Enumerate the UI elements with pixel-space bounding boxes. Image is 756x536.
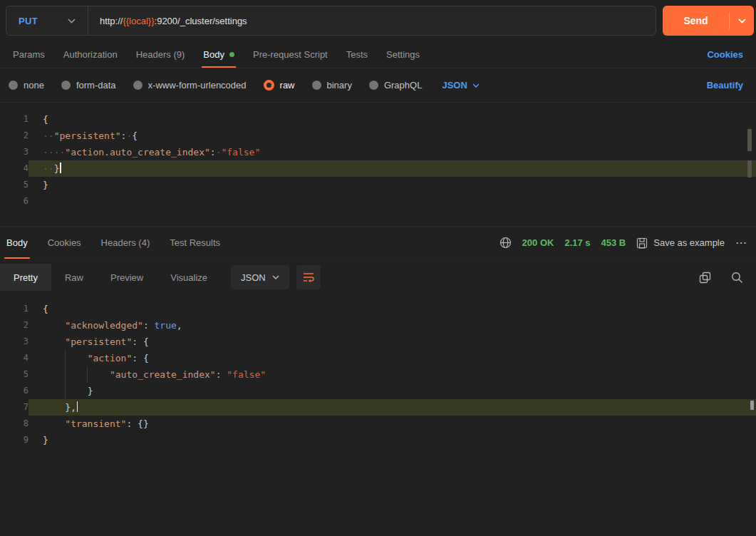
wrap-lines-button[interactable] — [296, 265, 321, 289]
url-input[interactable]: http://{{local}}:9200/_cluster/settings — [88, 16, 247, 26]
save-icon — [636, 237, 648, 249]
send-button[interactable]: Send — [663, 6, 729, 36]
code-line[interactable]: 5 "auto_create_index": "false" — [0, 366, 756, 383]
line-content: "auto_create_index": "false" — [29, 366, 756, 383]
line-content: "transient": {} — [29, 416, 756, 432]
scrollbar-mark[interactable] — [747, 160, 752, 177]
radio-icon — [61, 81, 71, 90]
tab-label: Tests — [346, 49, 368, 60]
line-number: 2 — [0, 128, 29, 144]
view-tab-raw[interactable]: Raw — [51, 264, 97, 291]
tab-label: Body — [6, 237, 28, 248]
cookies-link[interactable]: Cookies — [707, 41, 743, 68]
tab-headers[interactable]: Headers (9) — [127, 41, 195, 68]
line-content: ··} — [29, 160, 756, 177]
save-as-example-label: Save as example — [653, 237, 725, 248]
copy-button[interactable] — [699, 272, 711, 284]
code-line[interactable]: 4 "action": { — [0, 350, 756, 366]
method-selector[interactable]: PUT — [6, 6, 88, 35]
tab-tests[interactable]: Tests — [337, 41, 377, 68]
scrollbar-mark[interactable] — [750, 401, 754, 410]
url-suffix: :9200/_cluster/settings — [155, 16, 247, 26]
code-line[interactable]: 8 "transient": {} — [0, 416, 756, 432]
tab-label: Headers (9) — [136, 49, 185, 60]
active-tab-underline — [202, 66, 236, 68]
body-type-graphql[interactable]: GraphQL — [369, 80, 422, 91]
response-tabs: Body Cookies Headers (4) Test Results — [0, 227, 230, 259]
response-time[interactable]: 2.17 s — [564, 237, 590, 248]
body-type-x-www-form-urlencoded[interactable]: x-www-form-urlencoded — [133, 80, 247, 91]
tab-settings[interactable]: Settings — [377, 41, 429, 68]
response-tab-headers[interactable]: Headers (4) — [91, 227, 160, 259]
radio-label: form-data — [76, 80, 116, 91]
search-button[interactable] — [731, 272, 743, 284]
code-line[interactable]: 7 }, — [0, 399, 756, 416]
radio-label: x-www-form-urlencoded — [148, 80, 247, 91]
tab-pre-request-script[interactable]: Pre-request Script — [244, 41, 337, 68]
code-line[interactable]: 3 "persistent": { — [0, 334, 756, 350]
response-toolbar: Pretty Raw Preview Visualize JSON — [0, 259, 756, 295]
line-content: "acknowledged": true, — [29, 317, 756, 334]
chevron-down-icon — [738, 19, 746, 24]
response-tab-test-results[interactable]: Test Results — [160, 227, 230, 259]
code-line[interactable]: 3····"action.auto_create_index":·"false" — [0, 144, 756, 160]
beautify-link[interactable]: Beautify — [707, 80, 743, 91]
tab-label: Preview — [110, 272, 143, 283]
save-as-example-button[interactable]: Save as example — [636, 237, 725, 249]
body-type-raw[interactable]: raw — [264, 80, 295, 91]
code-line[interactable]: 4··} — [0, 160, 756, 177]
body-content-dot-icon — [229, 52, 234, 57]
response-language-selector[interactable]: JSON — [231, 265, 289, 289]
line-number: 9 — [0, 432, 29, 448]
network-info-button[interactable] — [499, 237, 512, 249]
code-line[interactable]: 9} — [0, 432, 756, 448]
body-type-binary[interactable]: binary — [312, 80, 352, 91]
code-line[interactable]: 6 — [0, 193, 756, 210]
radio-icon — [312, 81, 321, 90]
status-badge[interactable]: 200 OK — [522, 237, 554, 248]
tab-authorization[interactable]: Authorization — [54, 41, 127, 68]
radio-icon — [9, 81, 18, 90]
view-tab-preview[interactable]: Preview — [97, 264, 157, 291]
scrollbar-mark[interactable] — [747, 129, 752, 151]
request-language-selector[interactable]: JSON — [442, 80, 479, 91]
view-tab-visualize[interactable]: Visualize — [157, 264, 221, 291]
tab-body[interactable]: Body — [194, 41, 244, 68]
line-number: 4 — [0, 350, 29, 366]
body-type-form-data[interactable]: form-data — [61, 80, 116, 91]
radio-selected-icon — [264, 80, 274, 91]
response-size[interactable]: 453 B — [601, 237, 626, 248]
chevron-down-icon — [472, 83, 480, 88]
body-type-none[interactable]: none — [9, 80, 44, 91]
code-line[interactable]: 1{ — [0, 111, 756, 128]
language-label: JSON — [442, 80, 467, 91]
line-number: 3 — [0, 144, 29, 160]
line-content: "persistent": { — [29, 334, 756, 350]
code-line[interactable]: 2··"persistent":·{ — [0, 128, 756, 144]
send-options-button[interactable] — [730, 6, 754, 36]
response-meta: 200 OK 2.17 s 453 B Save as example ⋯ — [499, 227, 756, 259]
line-number: 6 — [0, 383, 29, 399]
request-body-editor[interactable]: 1{2··"persistent":·{3····"action.auto_cr… — [0, 103, 756, 227]
search-icon — [731, 272, 743, 284]
view-tab-pretty[interactable]: Pretty — [0, 264, 51, 291]
line-content: } — [29, 383, 756, 399]
request-url-row: PUT http://{{local}}:9200/_cluster/setti… — [0, 0, 756, 41]
chevron-down-icon — [68, 19, 76, 24]
response-body-editor[interactable]: 1{2 "acknowledged": true,3 "persistent":… — [0, 295, 756, 536]
code-line[interactable]: 2 "acknowledged": true, — [0, 317, 756, 334]
code-line[interactable]: 5} — [0, 177, 756, 193]
code-line[interactable]: 1{ — [0, 301, 756, 317]
tab-params[interactable]: Params — [4, 41, 54, 68]
more-options-button[interactable]: ⋯ — [735, 236, 747, 249]
response-tab-body[interactable]: Body — [0, 227, 38, 259]
language-label: JSON — [241, 272, 266, 283]
response-tab-cookies[interactable]: Cookies — [38, 227, 91, 259]
code-line[interactable]: 6 } — [0, 383, 756, 399]
postman-request-panel: PUT http://{{local}}:9200/_cluster/setti… — [0, 0, 756, 536]
tab-label: Body — [203, 49, 224, 60]
chevron-down-icon — [272, 275, 279, 279]
response-header: Body Cookies Headers (4) Test Results 20… — [0, 227, 756, 259]
line-content: "action": { — [29, 350, 756, 366]
radio-label: GraphQL — [384, 80, 422, 91]
